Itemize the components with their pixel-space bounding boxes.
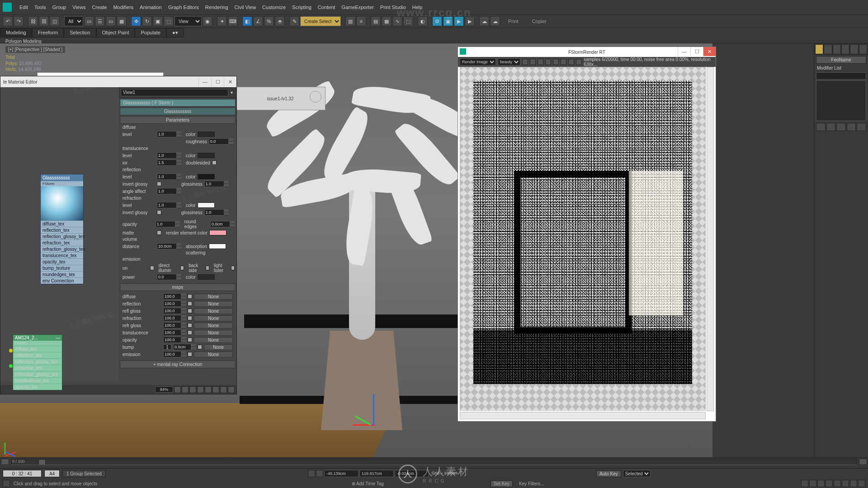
menu-edit[interactable]: Edit <box>16 3 31 12</box>
selection-filter-dropdown[interactable]: All <box>64 16 83 26</box>
undo-button[interactable]: ↶ <box>3 16 13 26</box>
emission-color-swatch[interactable] <box>198 274 215 280</box>
hierarchy-tab[interactable] <box>833 44 841 54</box>
angle-affect-spinner[interactable] <box>157 188 181 194</box>
refraction-color-swatch[interactable] <box>198 202 215 208</box>
timeline-left-button[interactable] <box>1 459 9 465</box>
ribbon-tab-more[interactable]: ●▾ <box>166 28 184 38</box>
material-name-header[interactable]: Glasssssssss ( F Storm ) <box>120 99 236 107</box>
render-in-cloud-button[interactable]: ☁ <box>490 16 500 26</box>
node-connector-dot[interactable] <box>9 349 13 352</box>
motion-tab[interactable] <box>841 44 849 54</box>
parameters-rollout[interactable]: Parameters <box>120 116 236 124</box>
minimize-icon[interactable]: — <box>198 77 211 86</box>
maps-rollout[interactable]: maps <box>120 283 236 291</box>
use-center-button[interactable]: ◉ <box>203 16 212 26</box>
rollout-name[interactable]: Glasssssssss <box>120 108 236 115</box>
select-manipulate-button[interactable]: ✦ <box>217 16 227 26</box>
placement-button[interactable]: ⬚ <box>164 16 174 26</box>
menu-gameexporter[interactable]: GameExporter <box>338 3 377 12</box>
redo-button[interactable]: ↷ <box>14 16 24 26</box>
angle-snap-button[interactable]: ∠ <box>253 16 263 26</box>
map-slot-opacity[interactable]: None <box>194 337 233 343</box>
maximize-icon[interactable]: ☐ <box>211 77 224 86</box>
time-slider-track[interactable]: 0 / 100 <box>11 459 857 465</box>
menu-customize[interactable]: Customize <box>259 3 289 12</box>
menu-animation[interactable]: Animation <box>137 3 165 12</box>
ribbon-tab-object-paint[interactable]: Object Paint <box>96 28 135 38</box>
map-slot-emission[interactable]: None <box>194 352 233 357</box>
nav-button[interactable] <box>212 386 219 393</box>
z-coord[interactable]: -0.024cm <box>395 470 429 477</box>
menu-modifiers[interactable]: Modifiers <box>110 3 137 12</box>
nav-button[interactable] <box>189 386 196 393</box>
viewport-label[interactable]: [+] [Perspective ] [Shaded ] <box>5 46 65 53</box>
nav-button[interactable] <box>174 386 181 393</box>
render-mode-dropdown[interactable]: Render Image <box>460 58 496 66</box>
menu-rendering[interactable]: Rendering <box>202 3 231 12</box>
render-pause-button[interactable] <box>545 59 551 65</box>
nav-button[interactable] <box>182 386 189 393</box>
translucence-color-swatch[interactable] <box>198 153 215 158</box>
close-icon[interactable]: ✕ <box>703 47 716 56</box>
map-slot-diffuse[interactable]: None <box>194 294 233 300</box>
ribbon-tab-freeform[interactable]: Freeform <box>32 28 64 38</box>
light-lister-checkbox[interactable] <box>231 266 235 270</box>
reflection-color-swatch[interactable] <box>198 174 215 179</box>
menu-help[interactable]: Help <box>409 3 426 12</box>
matte-checkbox[interactable] <box>157 230 161 235</box>
add-time-tag[interactable]: ⊕ Add Time Tag <box>352 481 384 486</box>
emission-on-checkbox[interactable] <box>150 266 154 270</box>
select-button[interactable]: ▭ <box>84 16 94 26</box>
minimize-icon[interactable]: — <box>678 47 690 56</box>
menu-tools[interactable]: Tools <box>31 3 49 12</box>
bind-button[interactable]: ◫ <box>50 16 60 26</box>
percent-snap-button[interactable]: % <box>264 16 274 26</box>
nav-button[interactable] <box>205 386 212 393</box>
render-button[interactable]: ▶ <box>454 16 464 26</box>
close-icon[interactable]: ✕ <box>224 77 236 86</box>
backside-checkbox[interactable] <box>206 266 209 270</box>
remove-modifier-button[interactable] <box>847 123 856 131</box>
reflection-level-spinner[interactable] <box>157 174 181 180</box>
diffuse-color-swatch[interactable] <box>198 131 215 137</box>
create-tab[interactable] <box>815 44 823 54</box>
reflection-glossiness-spinner[interactable] <box>204 181 229 187</box>
viewport-nav-button[interactable] <box>834 480 841 487</box>
absorption-color-swatch[interactable] <box>209 244 226 249</box>
render-stop-button[interactable] <box>553 59 559 65</box>
time-ruler[interactable] <box>11 465 857 468</box>
configure-sets-button[interactable] <box>857 123 866 131</box>
opacity-spinner[interactable] <box>156 221 180 227</box>
menu-print-studio[interactable]: Print Studio <box>377 3 409 12</box>
render-scrollbar-horizontal[interactable] <box>460 412 706 419</box>
map-slot-refraction[interactable]: None <box>194 315 233 321</box>
render-refresh-button[interactable] <box>561 59 566 65</box>
material-editor-titlebar[interactable]: te Material Editor — ☐ ✕ <box>0 76 236 87</box>
viewport-nav-button[interactable] <box>817 480 825 487</box>
rendered-frame-button[interactable]: ▣ <box>443 16 453 26</box>
zoom-level[interactable]: 84% <box>155 386 173 393</box>
rotate-button[interactable]: ↻ <box>142 16 152 26</box>
ribbon-tab-selection[interactable]: Selection <box>64 28 96 38</box>
render-setup-button[interactable]: ⚙ <box>432 16 442 26</box>
render-channel-dropdown[interactable]: beauty <box>498 58 520 66</box>
refraction-level-spinner[interactable] <box>157 202 181 208</box>
doublesided-checkbox[interactable] <box>212 160 217 165</box>
toggle-ribbon-button[interactable]: ▦ <box>382 16 392 26</box>
viewport-nav-button[interactable] <box>826 480 833 487</box>
volume-distance-spinner[interactable] <box>157 243 181 249</box>
pin-stack-button[interactable] <box>816 123 826 131</box>
nav-button[interactable] <box>220 386 227 393</box>
translucence-level-spinner[interactable] <box>157 152 181 159</box>
render-element-color-swatch[interactable] <box>209 230 226 235</box>
mentalray-rollout[interactable]: + mental ray Connection <box>120 361 236 368</box>
nav-button[interactable] <box>197 386 204 393</box>
round-edges-spinner[interactable] <box>210 221 235 227</box>
viewport-nav-button[interactable] <box>858 480 865 487</box>
toolbar-copier-label[interactable]: Copier <box>532 19 547 24</box>
render-copy-button[interactable] <box>530 59 536 65</box>
refraction-glossiness-spinner[interactable] <box>204 209 229 216</box>
render-canvas[interactable] <box>460 67 706 411</box>
utilities-tab[interactable] <box>859 44 867 54</box>
